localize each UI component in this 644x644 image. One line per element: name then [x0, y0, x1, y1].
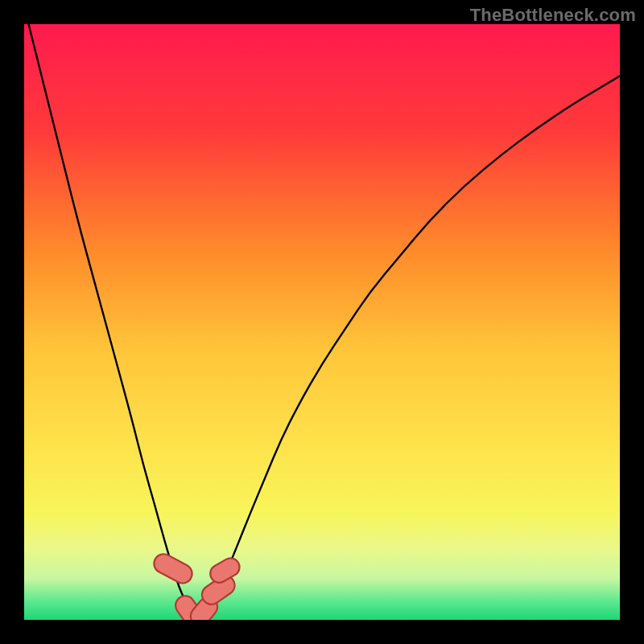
chart-plot-area	[24, 24, 620, 620]
chart-frame: TheBottleneck.com	[0, 0, 644, 644]
chart-background	[24, 24, 620, 620]
watermark-text: TheBottleneck.com	[470, 5, 636, 26]
chart-svg	[24, 24, 620, 620]
